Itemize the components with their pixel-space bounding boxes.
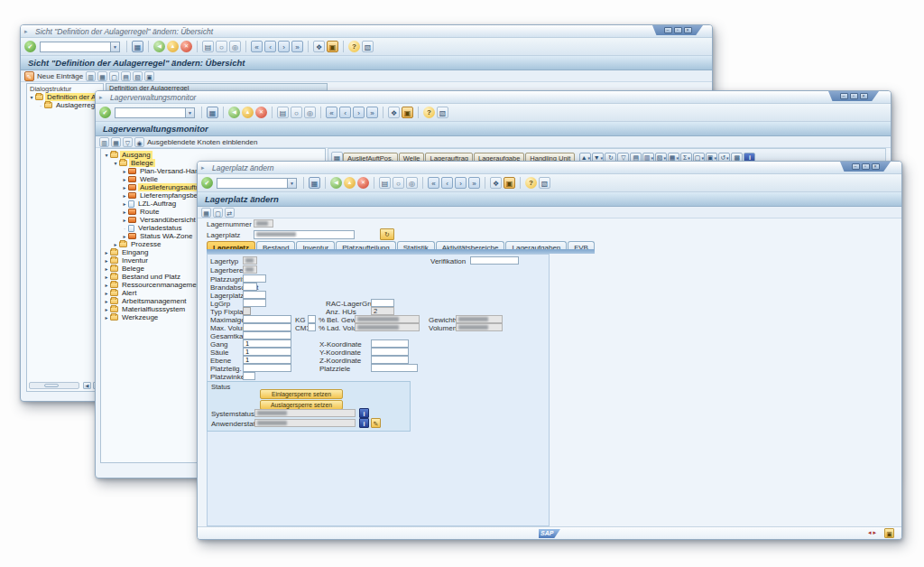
- print-icon[interactable]: ▤: [277, 107, 289, 118]
- maximize-icon[interactable]: ▫: [674, 27, 682, 33]
- system-status-info-icon[interactable]: i: [359, 408, 369, 418]
- field-lagerplatztyp-input[interactable]: [243, 291, 266, 299]
- more-icon[interactable]: ▣: [144, 71, 154, 81]
- shortcut-icon[interactable]: ▣: [327, 41, 338, 52]
- command-field[interactable]: ▼: [40, 42, 120, 52]
- enter-icon[interactable]: ✔: [99, 107, 111, 118]
- field-z-koordinate-input[interactable]: [371, 356, 409, 364]
- next-page-icon[interactable]: ›: [353, 107, 365, 118]
- tree-item[interactable]: ▾Definition der Aulagerre: [28, 93, 102, 101]
- legend-icon[interactable]: ▥: [99, 137, 109, 147]
- exit-icon[interactable]: ▲: [167, 41, 179, 52]
- delete-icon[interactable]: ▢: [109, 71, 119, 81]
- minimize-icon[interactable]: –: [664, 27, 672, 33]
- select-block-icon[interactable]: ▤: [121, 71, 131, 81]
- first-page-icon[interactable]: «: [326, 107, 337, 118]
- expander-icon[interactable]: ▾: [103, 152, 110, 158]
- minimize-icon[interactable]: –: [852, 163, 860, 170]
- field-maximalgewicht-input[interactable]: [243, 315, 291, 323]
- close-icon[interactable]: ×: [860, 93, 868, 99]
- expander-icon[interactable]: ▸: [121, 168, 128, 174]
- tree-item[interactable]: ·Auslagerregel: [28, 101, 102, 109]
- new-session-icon[interactable]: ❖: [313, 41, 325, 52]
- maximize-icon[interactable]: ▫: [862, 163, 870, 170]
- find-next-icon[interactable]: ◎: [304, 107, 316, 118]
- close-icon[interactable]: ×: [684, 27, 692, 33]
- new-session-icon[interactable]: ❖: [388, 107, 400, 118]
- alarm-icon[interactable]: ◉: [134, 137, 144, 147]
- field-max-volumen-pct-input[interactable]: [308, 323, 316, 331]
- field-y-koordinate-input[interactable]: [371, 348, 409, 356]
- field-rac-lagergruppe-input[interactable]: [371, 299, 394, 307]
- field-gang-input[interactable]: 1: [243, 339, 291, 348]
- expander-icon[interactable]: ▾: [112, 160, 119, 166]
- scroll-left-icon[interactable]: ◀: [83, 382, 91, 389]
- field-gesamtkapazität-input[interactable]: [243, 331, 291, 339]
- save-icon[interactable]: ▦: [207, 107, 218, 118]
- field-platzwinkel-input[interactable]: [243, 372, 255, 380]
- position-icon[interactable]: ▧: [133, 71, 143, 81]
- field-platzteilg-input[interactable]: [243, 364, 291, 372]
- field-platzziele-input[interactable]: [371, 364, 418, 372]
- prev-page-icon[interactable]: ‹: [339, 107, 351, 118]
- window-menu-icon[interactable]: ▸: [99, 94, 103, 101]
- back-icon[interactable]: ◀: [228, 107, 240, 118]
- new-entries-button[interactable]: Neue Einträge: [37, 72, 83, 80]
- expander-icon[interactable]: ▸: [121, 217, 128, 223]
- expander-icon[interactable]: ▸: [121, 200, 128, 207]
- cancel-icon[interactable]: ✕: [255, 107, 267, 118]
- maximize-icon[interactable]: ▫: [850, 93, 858, 99]
- help-icon[interactable]: ?: [348, 41, 360, 52]
- show-hidden-nodes-button[interactable]: Ausgeblendete Knoten einblenden: [147, 138, 257, 146]
- minimize-icon[interactable]: –: [840, 93, 848, 99]
- print-icon[interactable]: ▤: [202, 41, 214, 52]
- expander-icon[interactable]: ▸: [103, 306, 110, 312]
- expander-icon[interactable]: ▸: [121, 192, 128, 199]
- first-page-icon[interactable]: «: [251, 41, 263, 52]
- expander-icon[interactable]: ▸: [112, 241, 119, 247]
- next-page-icon[interactable]: ›: [278, 41, 290, 52]
- field-ebene-input[interactable]: 1: [243, 356, 291, 364]
- field-max-volumen-input[interactable]: [243, 323, 291, 331]
- expander-icon[interactable]: ▸: [103, 314, 110, 321]
- expander-icon[interactable]: ▸: [103, 274, 110, 280]
- help-icon[interactable]: ?: [423, 107, 435, 118]
- command-field[interactable]: ▼: [115, 107, 195, 118]
- field-x-koordinate-input[interactable]: [371, 339, 409, 348]
- copy-all-icon[interactable]: ▦: [97, 71, 107, 81]
- expander-icon[interactable]: ▸: [103, 298, 110, 304]
- user-status-info-icon[interactable]: i: [359, 418, 369, 428]
- set-putaway-block-button[interactable]: Einlagersperre setzen: [260, 389, 343, 399]
- expander-icon[interactable]: ▸: [121, 184, 128, 191]
- find-next-icon[interactable]: ◎: [229, 41, 241, 52]
- save-icon[interactable]: ▦: [132, 41, 143, 52]
- copy-as-icon[interactable]: ▥: [86, 71, 96, 81]
- expander-icon[interactable]: ▸: [103, 257, 110, 264]
- last-page-icon[interactable]: »: [366, 107, 378, 118]
- back-icon[interactable]: ◀: [153, 41, 165, 52]
- find-icon[interactable]: ○: [216, 41, 227, 52]
- exit-icon[interactable]: ▲: [242, 107, 254, 118]
- expander-icon[interactable]: ▸: [103, 290, 110, 296]
- find-icon[interactable]: ○: [291, 107, 302, 118]
- tree-item[interactable]: ▾Ausgang: [103, 151, 324, 159]
- field-brandabschnitt-input[interactable]: [243, 283, 257, 291]
- horizontal-scrollbar[interactable]: [29, 382, 79, 389]
- expander-icon[interactable]: ▸: [121, 176, 128, 182]
- close-icon[interactable]: ×: [872, 163, 880, 170]
- message-history-icon[interactable]: ◂ ▸: [868, 529, 876, 536]
- last-page-icon[interactable]: »: [291, 41, 303, 52]
- window-menu-icon[interactable]: ▸: [24, 28, 28, 35]
- expander-icon[interactable]: ▾: [28, 94, 35, 100]
- field-maximalgewicht-pct-input[interactable]: [308, 315, 316, 323]
- edit-user-status-icon[interactable]: ✎: [371, 418, 381, 428]
- customize-icon[interactable]: ▧: [437, 107, 448, 118]
- expander-icon[interactable]: ▸: [121, 209, 128, 215]
- field-platzzugriffst-input[interactable]: [243, 274, 266, 283]
- field-verifikation-input[interactable]: [470, 256, 519, 265]
- shortcut-icon[interactable]: ▣: [402, 107, 413, 118]
- customize-icon[interactable]: ▧: [362, 41, 374, 52]
- expander-icon[interactable]: ▸: [103, 282, 110, 288]
- field-lggrp-input[interactable]: [243, 299, 266, 307]
- field-säule-input[interactable]: 1: [243, 348, 291, 356]
